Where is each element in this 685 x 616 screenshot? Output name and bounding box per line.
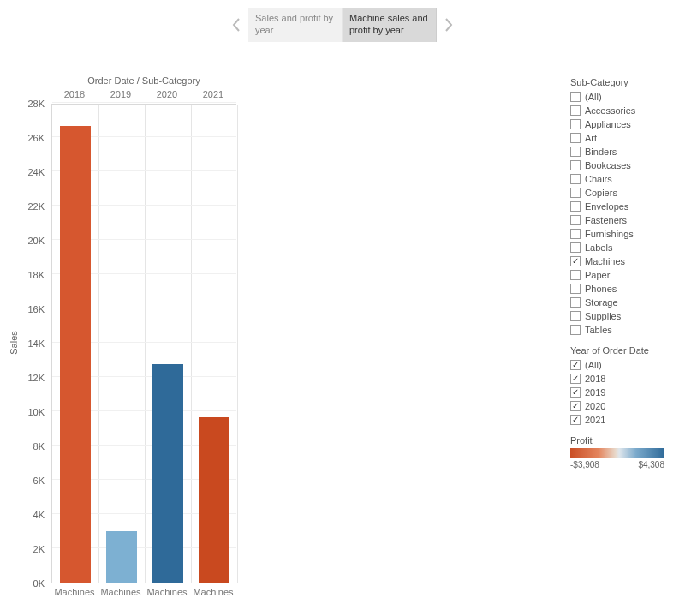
legend-title: Profit [570,435,673,446]
checkbox-icon [570,133,581,143]
y-tick: 8K [2,441,45,452]
subcategory-item[interactable]: Phones [570,282,673,296]
tab-label: Sales and profit by year [255,13,335,37]
subcategory-item[interactable]: Appliances [570,117,673,131]
story-tabs: Sales and profit by year Machine sales a… [0,5,685,45]
profit-min: -$3,908 [570,460,599,469]
subcategory-item[interactable]: Paper [570,268,673,282]
tab-machine-sales-profit[interactable]: Machine sales and profit by year [342,8,437,42]
y-tick: 2K [2,544,45,554]
chart-title: Order Date / Sub-Category [51,75,236,86]
checkbox-label: Storage [585,297,618,308]
checkbox-icon [570,297,581,308]
checkbox-icon [570,387,581,398]
column-header: 2018 [51,89,98,99]
checkbox-icon [570,188,581,198]
y-tick: 0K [2,578,45,589]
subcategory-item[interactable]: Labels [570,241,673,254]
y-tick: 26K [2,133,45,143]
checkbox-label: Appliances [585,119,631,129]
checkbox-label: Copiers [585,188,617,198]
checkbox-icon [570,147,581,157]
subcategory-item[interactable]: Tables [570,323,673,337]
bar[interactable] [199,417,229,583]
subcategory-item[interactable]: Copiers [570,186,673,200]
checkbox-icon [570,374,581,384]
filter-sub-category: Sub-Category (All)AccessoriesAppliancesA… [570,77,673,337]
checkbox-label: Supplies [585,311,621,321]
checkbox-icon [570,229,581,239]
column-header: 2019 [98,89,144,99]
x-sub-label: Machines [144,587,190,597]
checkbox-label: (All) [585,360,602,370]
checkbox-label: Fasteners [585,215,627,225]
filter-year: Year of Order Date (All)2018201920202021 [570,345,673,427]
subcategory-item[interactable]: (All) [570,90,673,104]
year-item[interactable]: (All) [570,358,673,372]
checkbox-icon [570,105,581,116]
checkbox-label: Labels [585,242,612,253]
checkbox-icon [570,415,581,425]
year-item[interactable]: 2021 [570,413,673,427]
y-tick: 22K [2,201,45,212]
color-legend: Profit -$3,908 $4,308 [570,435,673,469]
chevron-left-icon [231,17,241,33]
subcategory-item[interactable]: Supplies [570,309,673,323]
x-sub-label: Machines [98,587,144,597]
next-tab-arrow[interactable] [437,8,461,42]
subcategory-item[interactable]: Chairs [570,172,673,186]
checkbox-icon [570,242,581,253]
x-sub-label: Machines [190,587,236,597]
prev-tab-arrow[interactable] [224,8,248,42]
y-tick: 16K [2,304,45,314]
checkbox-label: 2018 [585,374,605,384]
year-item[interactable]: 2020 [570,399,673,413]
column-headers: 2018201920202021 [51,89,236,99]
year-item[interactable]: 2018 [570,372,673,386]
y-tick: 18K [2,270,45,280]
y-tick: 6K [2,475,45,486]
subcategory-item[interactable]: Fasteners [570,213,673,227]
checkbox-label: Chairs [585,174,612,184]
checkbox-icon [570,256,581,266]
checkbox-icon [570,270,581,280]
profit-gradient [570,448,664,458]
y-axis-label: Sales [9,331,19,355]
tab-label: Machine sales and profit by year [349,13,429,37]
chevron-right-icon [444,17,454,33]
checkbox-label: Bookcases [585,160,631,170]
checkbox-icon [570,201,581,212]
checkbox-icon [570,119,581,129]
subcategory-item[interactable]: Art [570,131,673,145]
checkbox-label: Phones [585,284,616,294]
subcategory-item[interactable]: Binders [570,145,673,158]
checkbox-icon [570,311,581,321]
subcategory-item[interactable]: Furnishings [570,227,673,241]
x-sub-labels: MachinesMachinesMachinesMachines [51,587,236,597]
y-axis-ticks: 0K2K4K6K8K10K12K14K16K18K20K22K24K26K28K [0,104,48,583]
bar[interactable] [60,126,91,583]
subcategory-item[interactable]: Machines [570,254,673,268]
subcategory-item[interactable]: Bookcases [570,158,673,172]
checkbox-icon [570,284,581,294]
subcategory-item[interactable]: Storage [570,296,673,309]
checkbox-icon [570,401,581,411]
y-tick: 20K [2,236,45,246]
y-tick: 28K [2,99,45,109]
checkbox-icon [570,160,581,170]
checkbox-label: 2021 [585,415,605,425]
tab-sales-profit[interactable]: Sales and profit by year [248,8,342,42]
x-sub-label: Machines [51,587,98,597]
side-panel: Sub-Category (All)AccessoriesAppliancesA… [570,77,673,478]
y-tick: 10K [2,407,45,417]
bar[interactable] [106,531,137,583]
column-header: 2021 [190,89,236,99]
subcategory-item[interactable]: Accessories [570,104,673,117]
bar[interactable] [152,364,183,583]
subcategory-item[interactable]: Envelopes [570,200,673,213]
checkbox-icon [570,360,581,370]
profit-scale-labels: -$3,908 $4,308 [570,460,664,469]
checkbox-label: Machines [585,256,625,266]
y-tick: 4K [2,510,45,520]
year-item[interactable]: 2019 [570,386,673,399]
